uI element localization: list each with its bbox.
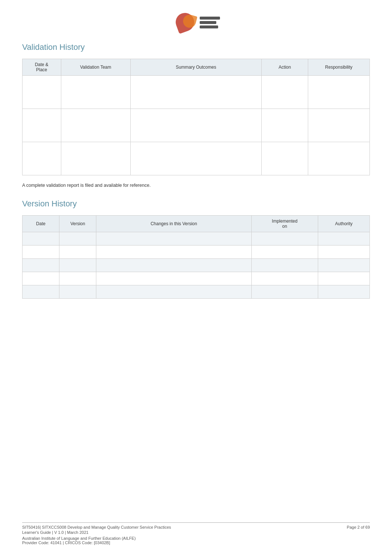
validation-cell-2-1 [23,109,61,142]
validation-history-title: Validation History [22,42,370,52]
version-cell-5-4 [251,285,318,299]
validation-cell-1-2 [61,76,130,109]
version-cell-3-2 [59,259,96,272]
logo [172,11,220,35]
validation-cell-3-5 [308,142,369,175]
validation-cell-3-4 [262,142,308,175]
logo-text-line1 [200,17,220,20]
version-col-changes: Changes in this Version [96,216,251,232]
version-cell-2-5 [318,246,369,259]
version-row-2 [23,246,370,259]
version-cell-3-4 [251,259,318,272]
logo-text-line3 [200,25,218,28]
version-cell-1-3 [96,232,251,246]
version-cell-2-3 [96,246,251,259]
footer-sub: Australian Institute of Language and Fur… [22,536,370,545]
validation-cell-2-3 [130,109,262,142]
validation-col-team: Validation Team [61,59,130,76]
validation-history-table: Date & Place Validation Team Summary Out… [22,59,370,175]
version-cell-1-5 [318,232,369,246]
footer-divider [22,522,370,523]
validation-cell-1-5 [308,76,369,109]
version-history-table: Date Version Changes in this Version Imp… [22,215,370,299]
validation-cell-3-2 [61,142,130,175]
validation-cell-2-4 [262,109,308,142]
validation-cell-2-5 [308,109,369,142]
logo-text-line2 [200,21,216,24]
version-cell-1-1 [23,232,59,246]
version-cell-4-4 [251,272,318,285]
version-cell-2-4 [251,246,318,259]
version-cell-5-5 [318,285,369,299]
validation-cell-2-2 [61,109,130,142]
validation-col-responsibility: Responsibility [308,59,369,76]
version-history-table-wrapper: Date Version Changes in this Version Imp… [22,215,370,299]
validation-cell-3-1 [23,142,61,175]
footer-main: SIT50416| SITXCCS008 Develop and Manage … [22,525,370,535]
version-cell-1-4 [251,232,318,246]
validation-cell-1-1 [23,76,61,109]
version-cell-3-1 [23,259,59,272]
validation-col-action: Action [262,59,308,76]
version-col-version: Version [59,216,96,232]
version-cell-4-2 [59,272,96,285]
version-cell-2-2 [59,246,96,259]
footer-line2: Learner's Guide | V 1.0 | March 2021 [22,530,171,535]
logo-text-block [200,17,220,28]
validation-col-outcomes: Summary Outcomes [130,59,262,76]
logo-area [22,11,370,35]
version-cell-4-1 [23,272,59,285]
footer-line1: SIT50416| SITXCCS008 Develop and Manage … [22,525,171,529]
validation-col-date: Date & Place [23,59,61,76]
version-cell-5-1 [23,285,59,299]
version-cell-5-3 [96,285,251,299]
validation-row-1 [23,76,370,109]
validation-row-2 [23,109,370,142]
version-row-3 [23,259,370,272]
version-cell-5-2 [59,285,96,299]
version-cell-3-3 [96,259,251,272]
footer: SIT50416| SITXCCS008 Develop and Manage … [22,522,370,545]
validation-history-table-wrapper: Date & Place Validation Team Summary Out… [22,59,370,175]
version-row-5 [23,285,370,299]
validation-note: A complete validation report is filed an… [22,183,370,188]
version-cell-1-2 [59,232,96,246]
version-row-1 [23,232,370,246]
version-cell-4-3 [96,272,251,285]
version-cell-3-5 [318,259,369,272]
validation-row-3 [23,142,370,175]
version-col-date: Date [23,216,59,232]
footer-page-info: Page 2 of 69 [347,525,370,529]
footer-line3: Australian Institute of Language and Fur… [22,536,136,540]
footer-left: SIT50416| SITXCCS008 Develop and Manage … [22,525,171,535]
version-cell-2-1 [23,246,59,259]
version-history-title: Version History [22,199,370,209]
validation-cell-1-3 [130,76,262,109]
version-col-authority: Authority [318,216,369,232]
footer-line4: Provider Code: 41041 | CRICOS Code: [034… [22,540,110,545]
version-cell-4-5 [318,272,369,285]
version-row-4 [23,272,370,285]
validation-cell-3-3 [130,142,262,175]
version-col-implemented: Implementedon [251,216,318,232]
validation-cell-1-4 [262,76,308,109]
